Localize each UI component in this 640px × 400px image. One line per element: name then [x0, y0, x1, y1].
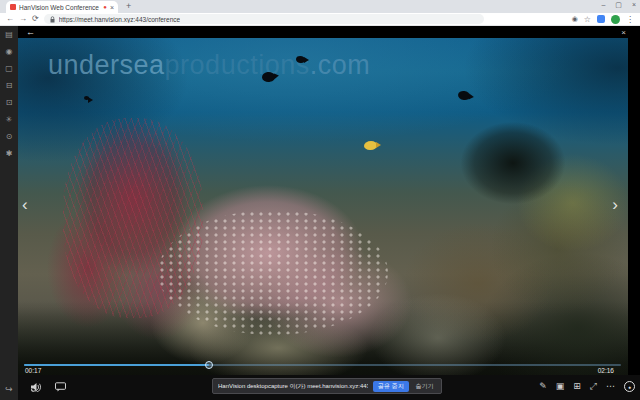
user-icon[interactable]: ⊙ [3, 132, 15, 143]
more-icon[interactable]: ⋯ [606, 381, 615, 392]
app-back-button[interactable]: ← [26, 27, 35, 37]
lock-icon [50, 16, 55, 23]
reload-button[interactable]: ⟳ [32, 14, 39, 24]
pencil-icon[interactable]: ✎ [539, 381, 547, 392]
chat-icon[interactable] [55, 382, 66, 392]
browser-menu-icon[interactable]: ⋮ [626, 15, 634, 24]
current-time: 00:17 [25, 367, 41, 374]
app-sidebar: ▤ ◉ ▢ ⊟ ⊡ ✳ ⊙ ✱ ↪ [0, 26, 18, 400]
notification-text: HanVision desktopcapture 이(가) meet.hanvi… [218, 382, 368, 391]
capture-icon[interactable]: ⊞ [573, 381, 581, 392]
app-close-icon[interactable]: × [621, 28, 626, 37]
bookmark-star-icon[interactable]: ☆ [584, 15, 591, 24]
total-time: 02:16 [598, 367, 614, 374]
video-file-icon[interactable]: ▤ [3, 30, 15, 41]
app-topbar: ← × [18, 26, 640, 38]
new-tab-button[interactable]: + [126, 1, 131, 11]
folder-icon[interactable]: ▢ [3, 64, 15, 75]
player-control-bar: HanVision desktopcapture 이(가) meet.hanvi… [18, 375, 640, 400]
video-watermark: underseaproductions.com [48, 50, 370, 81]
tab-close-icon[interactable]: × [110, 4, 114, 11]
screen-share-notification: HanVision desktopcapture 이(가) meet.hanvi… [212, 378, 442, 394]
tab-title: HanVision Web Conference [19, 4, 100, 11]
volume-icon[interactable] [31, 382, 42, 392]
anemone-texture [158, 210, 388, 335]
hide-button[interactable]: 숨기기 [414, 381, 436, 392]
watermark-part3: .com [310, 50, 371, 80]
browser-window: HanVision Web Conference ● × + – ▢ × ← →… [0, 0, 640, 400]
recording-indicator-icon: ● [103, 4, 107, 10]
extension-a-icon[interactable]: ◉ [572, 15, 578, 23]
seekbar-handle[interactable] [205, 361, 213, 369]
fish-silhouette [84, 96, 89, 100]
url-bar[interactable]: https://meet.hanvision.xyz:443/conferenc… [44, 14, 484, 24]
fullscreen-icon[interactable]: ⊡ [3, 98, 15, 109]
site-favicon-icon [10, 4, 16, 10]
url-text: https://meet.hanvision.xyz:443/conferenc… [59, 16, 180, 23]
display-icon[interactable]: ⊟ [3, 81, 15, 92]
watermark-part2: productions [165, 50, 310, 80]
extension-blue-icon[interactable] [597, 15, 605, 23]
forward-button[interactable]: → [19, 14, 27, 24]
exit-icon[interactable]: ↪ [0, 384, 18, 394]
window-minimize-button[interactable]: – [601, 1, 605, 9]
settings-icon[interactable]: ✱ [3, 149, 15, 160]
previous-button[interactable]: ‹ [22, 196, 28, 213]
image-icon[interactable]: ▣ [556, 381, 565, 392]
back-button[interactable]: ← [6, 14, 14, 24]
browser-toolbar: ← → ⟳ https://meet.hanvision.xyz:443/con… [0, 13, 640, 26]
window-maximize-button[interactable]: ▢ [615, 1, 622, 9]
watermark-part1: undersea [48, 50, 165, 80]
app-content: ← × underseaproductions.com ‹ › [18, 26, 640, 400]
expand-icon[interactable]: ⤢ [590, 381, 597, 392]
conference-app: ▤ ◉ ▢ ⊟ ⊡ ✳ ⊙ ✱ ↪ ← × underseaproduction… [0, 26, 640, 400]
tab-strip: HanVision Web Conference ● × + – ▢ × [0, 0, 640, 13]
record-button[interactable]: ● [624, 381, 635, 392]
profile-avatar[interactable] [611, 15, 620, 24]
next-button[interactable]: › [612, 196, 618, 213]
seek-bar[interactable] [24, 364, 621, 367]
effects-icon[interactable]: ✳ [3, 115, 15, 126]
browser-tab[interactable]: HanVision Web Conference ● × [6, 1, 118, 13]
fish-silhouette [296, 56, 305, 63]
record-dot-icon: ● [628, 384, 631, 390]
video-frame[interactable]: underseaproductions.com ‹ › 00:17 02:16 [18, 38, 628, 375]
yellow-fish [364, 141, 377, 150]
stop-sharing-button[interactable]: 공유 중지 [373, 381, 409, 392]
seekbar-progress [24, 364, 209, 367]
window-close-button[interactable]: × [632, 1, 636, 9]
record-icon[interactable]: ◉ [3, 47, 15, 58]
